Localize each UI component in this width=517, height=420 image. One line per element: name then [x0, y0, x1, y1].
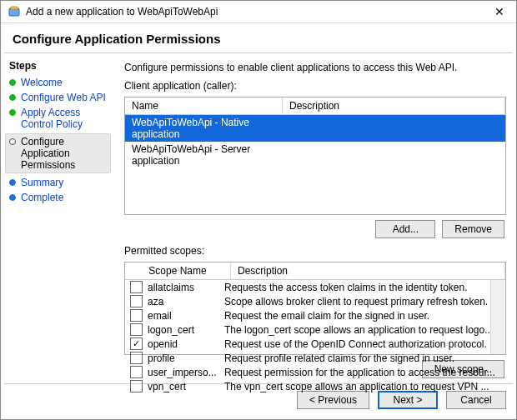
scope-row[interactable]: emailRequest the email claim for the sig… [125, 308, 505, 322]
client-col-name[interactable]: Name [125, 98, 283, 114]
scope-col-name[interactable]: Scope Name [125, 262, 231, 279]
scopes-header: Scope Name Description [125, 262, 505, 280]
wizard-window: Add a new application to WebApiToWebApi … [0, 0, 517, 420]
step-label: Summary [21, 177, 63, 188]
scope-desc: Request use of the OpenID Connect author… [224, 338, 500, 350]
step-label: Configure Web API [21, 92, 106, 103]
scope-name: email [148, 310, 224, 322]
scope-desc: Request profile related claims for the s… [224, 352, 500, 364]
step-label: Configure Application Permissions [21, 136, 107, 171]
client-header: Name Description [125, 98, 505, 115]
scopes-table[interactable]: Scope Name Description allatclaimsReques… [124, 262, 506, 355]
scopes-label: Permitted scopes: [124, 245, 506, 257]
client-row[interactable]: WebApiToWebApi - Server application [125, 142, 505, 168]
scope-row[interactable]: vpn_certThe vpn_cert scope allows an app… [125, 379, 505, 393]
scope-checkbox[interactable] [130, 338, 143, 350]
client-table[interactable]: Name Description WebApiToWebApi - Native… [124, 97, 506, 215]
add-button[interactable]: Add... [375, 220, 435, 238]
step-bullet-icon [9, 194, 16, 201]
scrollbar[interactable] [490, 280, 504, 354]
step-bullet-icon [9, 79, 16, 86]
step-item[interactable]: Apply Access Control Policy [9, 107, 111, 130]
close-icon[interactable]: ✕ [489, 4, 509, 19]
scope-checkbox[interactable] [130, 309, 143, 322]
scope-row[interactable]: user_imperso...Request permission for th… [125, 365, 505, 379]
step-item[interactable]: Configure Web API [9, 92, 111, 103]
scope-name: allatclaims [148, 282, 224, 293]
scope-desc: The vpn_cert scope allows an application… [224, 381, 500, 392]
scope-name: vpn_cert [148, 381, 224, 392]
steps-sidebar: Steps WelcomeConfigure Web APIApply Acce… [1, 53, 116, 383]
client-col-desc[interactable]: Description [283, 98, 505, 114]
step-bullet-icon [9, 179, 16, 186]
step-label: Complete [21, 192, 63, 203]
step-label: Welcome [21, 77, 63, 88]
step-item[interactable]: Summary [9, 177, 111, 188]
step-item: Configure Application Permissions [5, 133, 111, 173]
client-desc [275, 117, 499, 140]
scope-row[interactable]: logon_certThe logon_cert scope allows an… [125, 322, 505, 337]
step-bullet-icon [9, 109, 16, 116]
scope-name: profile [148, 352, 224, 364]
instruction-text: Configure permissions to enable client a… [124, 62, 506, 73]
titlebar: Add a new application to WebApiToWebApi … [1, 1, 516, 23]
scope-row[interactable]: profileRequest profile related claims fo… [125, 351, 505, 365]
scope-row[interactable]: openidRequest use of the OpenID Connect … [125, 337, 505, 351]
scope-checkbox[interactable] [130, 281, 143, 293]
step-label: Apply Access Control Policy [21, 107, 111, 130]
scope-checkbox[interactable] [130, 352, 143, 364]
scope-desc: Request permission for the application t… [224, 367, 500, 378]
scope-name: logon_cert [148, 324, 224, 336]
scope-checkbox[interactable] [130, 366, 143, 378]
scope-col-desc[interactable]: Description [231, 262, 505, 279]
client-name: WebApiToWebApi - Native application [132, 117, 275, 140]
window-title: Add a new application to WebApiToWebApi [26, 6, 218, 18]
svg-rect-1 [11, 7, 18, 9]
scope-checkbox[interactable] [130, 295, 143, 308]
step-item[interactable]: Complete [9, 192, 111, 203]
client-desc [275, 143, 499, 167]
step-item[interactable]: Welcome [9, 77, 111, 88]
scope-desc: Scope allows broker client to request pr… [224, 296, 500, 308]
app-icon [8, 5, 21, 18]
step-bullet-icon [9, 94, 16, 101]
remove-button[interactable]: Remove [442, 220, 504, 238]
client-name: WebApiToWebApi - Server application [132, 143, 275, 167]
previous-button[interactable]: < Previous [297, 391, 369, 409]
scope-row[interactable]: allatclaimsRequests the access token cla… [125, 280, 505, 294]
steps-heading: Steps [9, 60, 111, 72]
scope-desc: Request the email claim for the signed i… [224, 310, 500, 322]
main-panel: Configure permissions to enable client a… [116, 53, 516, 383]
scope-desc: Requests the access token claims in the … [224, 282, 500, 293]
scope-name: user_imperso... [148, 367, 224, 378]
client-row[interactable]: WebApiToWebApi - Native application [125, 115, 505, 142]
scope-row[interactable]: azaScope allows broker client to request… [125, 294, 505, 308]
next-button[interactable]: Next > [378, 391, 438, 409]
client-label: Client application (caller): [124, 80, 506, 92]
scope-checkbox[interactable] [130, 323, 143, 336]
scope-name: openid [148, 338, 224, 350]
scope-name: aza [148, 296, 224, 308]
page-title: Configure Application Permissions [1, 23, 516, 52]
scope-checkbox[interactable] [130, 380, 143, 392]
cancel-button[interactable]: Cancel [446, 391, 506, 409]
scope-desc: The logon_cert scope allows an applicati… [224, 324, 500, 336]
step-bullet-icon [9, 138, 16, 145]
